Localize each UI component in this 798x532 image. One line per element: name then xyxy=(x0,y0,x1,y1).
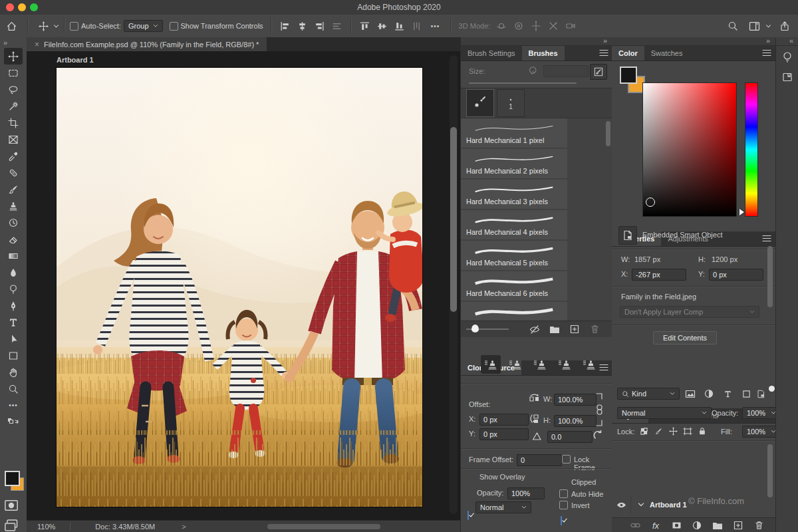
filter-pixel-layers-icon[interactable] xyxy=(682,388,698,400)
workspace-chevron-icon[interactable] xyxy=(765,24,771,29)
doc-size-info[interactable]: Doc: 3.43M/8.50M xyxy=(75,523,162,531)
tool-frame[interactable] xyxy=(4,131,23,148)
brush-tip-selected[interactable] xyxy=(466,89,494,117)
stroke-preview-slider[interactable] xyxy=(466,321,514,337)
tab-color[interactable]: Color xyxy=(612,46,644,61)
new-adjustment-layer-icon[interactable] xyxy=(690,521,704,530)
overlay-opacity-field[interactable]: 100% xyxy=(507,487,545,499)
maximize-window-button[interactable] xyxy=(30,3,38,11)
tool-eraser[interactable] xyxy=(4,231,23,247)
maintain-aspect-icon[interactable] xyxy=(594,392,604,427)
properties-scrollbar[interactable] xyxy=(767,246,773,307)
color-picker-cursor[interactable] xyxy=(646,198,655,207)
more-options-icon[interactable]: ••• xyxy=(426,23,446,30)
move-tool-preset-icon[interactable] xyxy=(33,21,53,31)
3d-slide-icon[interactable] xyxy=(545,21,562,31)
clone-angle-field[interactable]: 0.0 xyxy=(547,431,593,443)
delete-layer-icon[interactable] xyxy=(751,521,766,530)
artboard-label[interactable]: Artboard 1 xyxy=(57,56,94,64)
tool-history-brush[interactable] xyxy=(4,214,23,231)
clone-source-1[interactable] xyxy=(481,355,501,374)
document-tab[interactable]: × FileInfo.com Example.psd @ 110% (Famil… xyxy=(27,37,267,51)
reset-transform-icon[interactable] xyxy=(593,430,603,440)
hue-slider[interactable] xyxy=(745,82,758,217)
lock-image-pixels-icon[interactable] xyxy=(652,426,665,436)
auto-select-target-dropdown[interactable]: Group xyxy=(124,20,163,32)
layer-filter-kind-dropdown[interactable]: Kind xyxy=(617,388,680,400)
tab-brush-settings[interactable]: Brush Settings xyxy=(461,46,522,61)
canvas-horizontal-scrollbar[interactable] xyxy=(267,524,380,529)
new-layer-icon[interactable] xyxy=(731,521,745,530)
clone-source-4[interactable] xyxy=(555,355,575,374)
delete-brush-icon[interactable] xyxy=(585,325,604,334)
lock-position-icon[interactable] xyxy=(666,426,680,436)
clipped-checkbox[interactable] xyxy=(561,516,562,525)
tool-pen[interactable] xyxy=(4,297,23,314)
expand-chevron-icon[interactable] xyxy=(638,502,644,507)
brush-item[interactable]: Hard Mechanical 5 pixels xyxy=(461,241,567,270)
distribute-horizontal-icon[interactable] xyxy=(329,21,346,31)
filter-smart-objects-icon[interactable] xyxy=(754,388,767,400)
lock-all-icon[interactable] xyxy=(696,426,709,436)
saturation-brightness-picker[interactable] xyxy=(642,82,737,217)
frame-offset-field[interactable]: 0 xyxy=(517,454,562,466)
panel-collapse-icon[interactable]: » xyxy=(612,37,775,46)
brush-tip-1[interactable]: 1 xyxy=(497,89,525,117)
clone-source-5[interactable] xyxy=(579,355,599,374)
screen-mode-icon[interactable] xyxy=(4,519,19,532)
align-bottom-edges-icon[interactable] xyxy=(391,21,408,31)
tool-blur[interactable] xyxy=(4,264,23,281)
tool-spot-healing-brush[interactable] xyxy=(4,164,23,181)
toolbar-collapse-icon[interactable]: » xyxy=(0,37,27,48)
tool-rectangular-marquee[interactable] xyxy=(4,65,23,81)
brush-item[interactable]: Hard Mechanical 1 pixel xyxy=(461,118,567,148)
tool-move[interactable] xyxy=(4,48,23,65)
blend-mode-dropdown[interactable]: Normal xyxy=(617,407,712,419)
slider-thumb[interactable] xyxy=(471,325,479,332)
learn-panel-icon[interactable] xyxy=(779,49,796,66)
show-transform-controls-checkbox[interactable] xyxy=(170,22,178,31)
default-swap-colors-icon[interactable] xyxy=(4,416,23,427)
layers-scrollbar[interactable] xyxy=(767,444,773,497)
show-overlay-checkbox[interactable] xyxy=(467,511,469,520)
panel-menu-icon[interactable] xyxy=(762,49,771,57)
auto-select-checkbox[interactable] xyxy=(70,22,78,31)
toggle-brush-panel-icon[interactable] xyxy=(590,64,607,80)
brush-size-slider[interactable] xyxy=(469,82,577,84)
quick-mask-icon[interactable] xyxy=(4,499,19,512)
panel-menu-icon[interactable] xyxy=(762,235,771,242)
share-icon[interactable] xyxy=(771,21,798,32)
status-proxy-arrow[interactable]: > xyxy=(162,523,186,531)
tool-dodge[interactable] xyxy=(4,281,23,297)
brush-item[interactable]: Hard Mechanical 3 pixels xyxy=(461,180,567,209)
tool-path-selection[interactable] xyxy=(4,331,23,347)
foreground-background-colors[interactable] xyxy=(5,471,25,491)
tool-hand[interactable] xyxy=(4,364,23,380)
tool-clone-stamp[interactable] xyxy=(4,198,23,214)
close-tab-icon[interactable]: × xyxy=(35,40,39,49)
tool-gradient[interactable] xyxy=(4,247,23,264)
canvas[interactable]: Artboard 1 xyxy=(27,51,460,520)
tool-lasso[interactable] xyxy=(4,81,23,98)
brush-item-partial[interactable] xyxy=(461,302,567,321)
align-horizontal-centers-icon[interactable] xyxy=(294,21,311,31)
artboard-photo[interactable] xyxy=(57,68,422,507)
clone-y-field[interactable]: 0 px xyxy=(479,428,529,440)
brush-item[interactable]: Hard Mechanical 2 pixels xyxy=(461,149,567,178)
prop-x-field[interactable]: -267 px xyxy=(632,269,686,281)
panel-menu-icon[interactable] xyxy=(599,364,608,371)
3d-camera-icon[interactable] xyxy=(562,21,579,31)
tool-eyedropper[interactable] xyxy=(4,148,23,164)
layer-comp-dropdown[interactable]: Don't Apply Layer Comp xyxy=(620,306,759,318)
panel-collapse-icon[interactable]: » xyxy=(461,37,612,46)
flip-vertical-icon[interactable] xyxy=(529,414,540,424)
filtering-toggle[interactable] xyxy=(769,386,775,392)
brush-item[interactable]: Hard Mechanical 4 pixels xyxy=(461,210,567,239)
tool-rectangle[interactable] xyxy=(4,347,23,364)
clone-source-3[interactable] xyxy=(530,355,550,374)
prop-y-field[interactable]: 0 px xyxy=(709,269,763,281)
clone-w-field[interactable]: 100.0% xyxy=(554,394,597,406)
overlay-blend-mode-dropdown[interactable]: Normal xyxy=(475,501,531,513)
3d-roll-icon[interactable] xyxy=(510,21,527,31)
3d-pan-icon[interactable] xyxy=(527,21,545,31)
